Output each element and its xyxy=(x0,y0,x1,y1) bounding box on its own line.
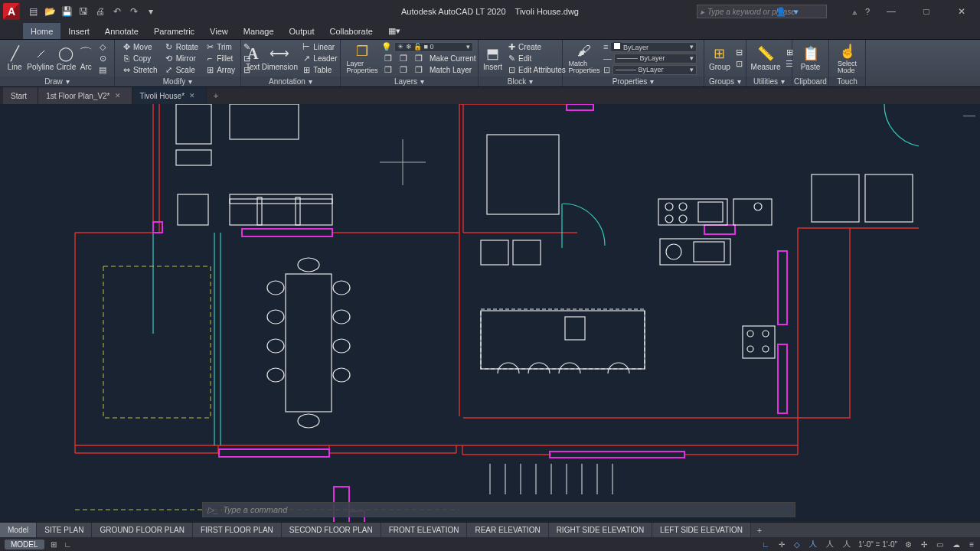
line-button[interactable]: ╱Line xyxy=(5,41,24,75)
qat-open-icon[interactable]: 📂 xyxy=(43,5,57,18)
grid-toggle-icon[interactable]: ⊞ xyxy=(49,540,58,549)
close-icon[interactable]: ✕ xyxy=(115,92,121,99)
qat-more-icon[interactable]: ▾ xyxy=(144,5,158,18)
color-select[interactable]: ByLayer▾ xyxy=(610,42,697,52)
layer-ic5[interactable]: ❒ xyxy=(397,64,410,75)
matchprops-button[interactable]: 🖌MatchProperties xyxy=(567,41,601,75)
dimension-button[interactable]: ⟷Dimension xyxy=(262,41,297,75)
close-icon[interactable]: ✕ xyxy=(189,92,195,99)
signin-icon[interactable]: ▾ xyxy=(794,7,799,17)
tab-insert[interactable]: Insert xyxy=(60,23,97,39)
file-tab-1[interactable]: 1st Floor Plan_V2*✕ xyxy=(38,87,132,104)
selectmode-button[interactable]: ☝SelectMode xyxy=(834,41,861,75)
group-button[interactable]: ⊞Group xyxy=(709,41,730,75)
qat-undo-icon[interactable]: ↶ xyxy=(110,5,124,18)
tab-output[interactable]: Output xyxy=(282,23,322,39)
sb-ic1[interactable]: ✢ xyxy=(920,540,929,549)
qat-new-icon[interactable]: ▤ xyxy=(26,5,40,18)
annoscale3-icon[interactable]: 人 xyxy=(841,539,852,549)
draw-sm3-icon[interactable]: ▤ xyxy=(96,64,109,75)
qat-saveas-icon[interactable]: 🖫 xyxy=(77,5,90,18)
tab-parametric[interactable]: Parametric xyxy=(146,23,202,39)
file-tab-2[interactable]: Tivoli House*✕ xyxy=(132,87,207,104)
text-button[interactable]: AText xyxy=(246,41,260,75)
rotate-button[interactable]: ↻Rotate xyxy=(162,41,201,52)
circle-button[interactable]: ◯Circle xyxy=(56,41,76,75)
tab-annotate[interactable]: Annotate xyxy=(97,23,146,39)
gear-icon[interactable]: ⚙ xyxy=(903,540,913,549)
layer-ic4[interactable]: ❒ xyxy=(381,64,395,75)
editattr-button[interactable]: ⊡Edit Attributes xyxy=(505,64,568,75)
maximize-button[interactable]: □ xyxy=(913,3,940,20)
layout-tab-site[interactable]: SITE PLAN xyxy=(37,523,92,537)
layer-ic2[interactable]: ❒ xyxy=(397,53,410,64)
array-button[interactable]: ⊞Array xyxy=(203,64,237,75)
tab-manage[interactable]: Manage xyxy=(236,23,282,39)
layer-select[interactable]: ☀ ❄ 🔓 ■ 0▾ xyxy=(394,42,473,52)
layout-tab-front[interactable]: FRONT ELEVATION xyxy=(381,523,468,537)
layout-tab-right[interactable]: RIGHT SIDE ELEVATION xyxy=(549,523,652,537)
polyline-button[interactable]: ⟋Polyline xyxy=(27,41,54,75)
layer-ic3[interactable]: ❒ xyxy=(412,53,426,64)
tab-extra-icon[interactable]: ▦▾ xyxy=(381,23,408,39)
file-tab-start[interactable]: Start xyxy=(3,87,38,104)
arc-button[interactable]: ⌒Arc xyxy=(79,41,93,75)
mirror-button[interactable]: ⟲Mirror xyxy=(162,53,201,64)
linetype-select[interactable]: ——— ByLayer▾ xyxy=(612,65,697,75)
paste-button[interactable]: 📋Paste xyxy=(797,41,824,75)
matchlayer-button[interactable]: Match Layer xyxy=(427,64,474,75)
layout-tab-first[interactable]: FIRST FLOOR PLAN xyxy=(193,523,282,537)
tab-collaborate[interactable]: Collaborate xyxy=(322,23,381,39)
draw-sm1-icon[interactable]: ◇ xyxy=(96,41,109,52)
app-logo[interactable]: A xyxy=(3,3,20,20)
command-line[interactable]: ▷_ Type a command xyxy=(202,502,795,517)
group-ic1[interactable]: ⊟ xyxy=(733,47,746,58)
layout-tab-left[interactable]: LEFT SIDE ELEVATION xyxy=(652,523,751,537)
layout-tab-rear[interactable]: REAR ELEVATION xyxy=(467,523,548,537)
annoscale2-icon[interactable]: 人 xyxy=(825,539,835,549)
draw-sm2-icon[interactable]: ⊙ xyxy=(96,53,109,64)
snap-toggle-icon[interactable]: ∟ xyxy=(63,540,74,549)
sb-ic2[interactable]: ▭ xyxy=(935,540,945,549)
annoscale-icon[interactable]: 人 xyxy=(808,539,818,549)
copy-button[interactable]: ⎘Copy xyxy=(119,53,160,64)
editblock-button[interactable]: ✎Edit xyxy=(505,53,568,64)
tab-home[interactable]: Home xyxy=(23,23,60,39)
qat-redo-icon[interactable]: ↷ xyxy=(127,5,141,18)
add-tab-button[interactable]: + xyxy=(207,87,225,104)
layout-tab-model[interactable]: Model xyxy=(0,523,37,537)
layer-ic6[interactable]: ❒ xyxy=(412,64,426,75)
measure-button[interactable]: 📏Measure xyxy=(751,41,780,75)
leader-button[interactable]: ↗Leader xyxy=(299,53,339,64)
customization-icon[interactable]: ≡ xyxy=(968,540,975,549)
layout-tab-ground[interactable]: GROUND FLOOR PLAN xyxy=(92,523,193,537)
layerprops-button[interactable]: ❒LayerProperties xyxy=(345,41,379,75)
user-icon[interactable]: 👤 xyxy=(776,7,786,17)
group-ic2[interactable]: ⊡ xyxy=(733,59,746,70)
tab-view[interactable]: View xyxy=(202,23,236,39)
stretch-button[interactable]: ⇔Stretch xyxy=(119,64,160,75)
ortho-icon[interactable]: ∟ xyxy=(760,540,771,549)
table-button[interactable]: ⊞Table xyxy=(299,64,339,75)
osnap-icon[interactable]: ◇ xyxy=(792,540,802,549)
drawing-canvas[interactable]: — xyxy=(0,104,980,533)
create-button[interactable]: ✚Create xyxy=(505,41,568,52)
scale-readout[interactable]: 1'-0" = 1'-0" xyxy=(858,540,897,549)
linear-button[interactable]: ⊢Linear xyxy=(299,41,339,52)
makecurrent-button[interactable]: Make Current xyxy=(427,53,479,64)
polar-icon[interactable]: ✛ xyxy=(777,540,786,549)
layer-ic1[interactable]: ❒ xyxy=(381,53,395,64)
lineweight-select[interactable]: ——— ByLayer▾ xyxy=(614,54,697,64)
move-button[interactable]: ✥Move xyxy=(119,41,160,52)
qat-save-icon[interactable]: 💾 xyxy=(60,5,74,18)
fillet-button[interactable]: ⌐Fillet xyxy=(203,53,237,64)
minimize-button[interactable]: — xyxy=(877,3,905,20)
trim-button[interactable]: ✂Trim xyxy=(203,41,237,52)
sb-ic3[interactable]: ☁ xyxy=(951,540,962,549)
scale-button[interactable]: ⤢Scale xyxy=(162,64,201,75)
share-icon[interactable]: ⟁ xyxy=(852,7,858,16)
help-icon[interactable]: ? xyxy=(865,7,870,16)
modelspace-button[interactable]: MODEL xyxy=(5,540,44,549)
insert-button[interactable]: ⬒Insert xyxy=(483,41,502,75)
layout-tab-second[interactable]: SECOND FLOOR PLAN xyxy=(282,523,381,537)
